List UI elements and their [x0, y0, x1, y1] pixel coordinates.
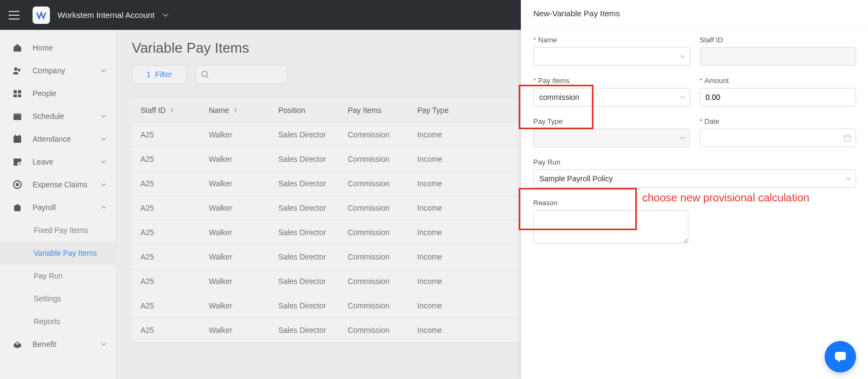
cell-staff-id: A25 — [132, 147, 200, 171]
attendance-icon — [12, 134, 23, 144]
sidebar-item-expense-claims[interactable]: Expense Claims — [0, 173, 116, 196]
leave-icon — [12, 157, 23, 167]
filter-count: 1 — [146, 70, 151, 79]
chevron-down-icon — [101, 69, 106, 72]
sidebar-item-leave[interactable]: Leave — [0, 150, 116, 173]
filter-button[interactable]: 1 Filter — [132, 65, 187, 84]
cell-pay-item: Commission — [339, 147, 409, 171]
cell-position: Sales Director — [270, 147, 339, 171]
cell-position: Sales Director — [270, 269, 339, 293]
cell-name: Walker — [200, 245, 270, 269]
cell-position: Sales Director — [270, 294, 339, 318]
chevron-down-icon — [680, 136, 685, 140]
chevron-down-icon — [101, 160, 106, 163]
pay-run-select[interactable]: Sample Payroll Policy — [533, 169, 856, 188]
chevron-down-icon — [101, 115, 106, 118]
svg-rect-18 — [17, 342, 18, 343]
svg-point-2 — [9, 18, 11, 20]
cell-staff-id: A25 — [132, 172, 200, 195]
amount-input[interactable] — [700, 88, 857, 106]
amount-field[interactable] — [706, 93, 851, 102]
sidebar-subitem-label: Fixed Pay Items — [34, 226, 88, 235]
staff-id-field — [700, 47, 857, 66]
sidebar-item-schedule[interactable]: Schedule — [0, 105, 116, 128]
people-icon — [12, 89, 23, 98]
sidebar-subitem-label: Pay Run — [34, 271, 63, 280]
cell-name: Walker — [200, 123, 270, 147]
sidebar-subitem-label: Variable Pay Items — [34, 249, 97, 257]
sidebar-subitem-variable-pay-items[interactable]: Variable Pay Items — [0, 242, 116, 264]
sort-icon: ▲▼ — [170, 108, 174, 113]
cell-staff-id: A25 — [132, 245, 200, 269]
chevron-down-icon — [101, 183, 106, 186]
chevron-down-icon — [846, 177, 851, 180]
column-header-name[interactable]: Name▲▼ — [200, 98, 270, 122]
benefit-icon — [12, 339, 23, 349]
cell-pay-item: Commission — [339, 245, 409, 269]
cell-pay-item: Commission — [339, 318, 409, 342]
svg-point-1 — [9, 14, 11, 16]
menu-icon[interactable] — [9, 11, 20, 20]
sidebar-item-attendance[interactable]: Attendance — [0, 128, 116, 150]
field-label-amount: Amount — [705, 77, 729, 85]
svg-rect-10 — [14, 113, 21, 115]
field-label-name: Name — [538, 36, 557, 44]
annotation-text: choose new provisional calculation — [642, 192, 809, 204]
cell-position: Sales Director — [270, 172, 339, 195]
reason-textarea[interactable] — [533, 210, 688, 244]
chevron-down-icon[interactable] — [162, 13, 169, 17]
sidebar-item-people[interactable]: People — [0, 82, 116, 105]
home-icon — [12, 43, 23, 53]
sidebar-item-home[interactable]: Home — [0, 36, 116, 59]
cell-staff-id: A25 — [132, 220, 200, 244]
cell-position: Sales Director — [270, 245, 339, 269]
cell-pay-item: Commission — [339, 196, 409, 220]
sidebar-item-benefit[interactable]: Benefit — [0, 333, 116, 356]
cell-name: Walker — [200, 269, 270, 293]
search-field[interactable] — [209, 71, 282, 79]
sidebar-subitem-reports[interactable]: Reports — [0, 310, 116, 333]
cell-position: Sales Director — [270, 123, 339, 147]
cell-pay-item: Commission — [339, 172, 409, 195]
name-select[interactable] — [533, 47, 690, 66]
pay-run-value: Sample Payroll Policy — [539, 174, 612, 183]
search-input[interactable] — [195, 65, 288, 84]
sidebar-subitem-label: Reports — [34, 317, 60, 326]
column-header-pay-items: Pay Items — [339, 98, 409, 122]
svg-rect-8 — [18, 94, 21, 97]
cell-staff-id: A25 — [132, 269, 200, 293]
cell-name: Walker — [200, 220, 270, 244]
cell-staff-id: A25 — [132, 196, 200, 220]
sidebar-item-payroll[interactable]: Payroll — [0, 196, 116, 219]
chevron-up-icon — [101, 206, 106, 209]
column-header-position: Position — [270, 98, 339, 122]
account-name[interactable]: Workstem Internal Account — [58, 10, 155, 20]
cell-staff-id: A25 — [132, 318, 200, 342]
company-icon — [12, 66, 23, 75]
field-label-staff-id: Staff ID — [700, 36, 723, 44]
chevron-down-icon — [101, 137, 106, 141]
cell-position: Sales Director — [270, 318, 339, 342]
svg-rect-7 — [14, 94, 17, 97]
chevron-down-icon — [101, 343, 106, 346]
sidebar-item-company[interactable]: Company — [0, 59, 116, 82]
pay-items-value: commission — [539, 93, 579, 102]
column-header-staff-id[interactable]: Staff ID▲▼ — [132, 98, 200, 122]
field-label-pay-type: Pay Type — [533, 117, 563, 125]
chat-launcher[interactable] — [825, 341, 856, 372]
cell-position: Sales Director — [270, 196, 339, 220]
cell-pay-item: Commission — [339, 123, 409, 147]
svg-point-3 — [14, 67, 17, 71]
cell-name: Walker — [200, 318, 270, 342]
sidebar-subitem-settings[interactable]: Settings — [0, 287, 116, 310]
svg-point-15 — [16, 183, 19, 186]
pay-items-select[interactable]: commission — [533, 88, 690, 106]
date-picker[interactable] — [700, 129, 857, 147]
sidebar: Home Company People Schedule Attendance … — [0, 30, 117, 379]
svg-rect-5 — [14, 90, 17, 93]
calendar-icon — [844, 134, 851, 142]
drawer-title: New-Variable Pay Items — [521, 0, 868, 27]
field-label-date: Date — [705, 117, 719, 125]
sidebar-subitem-pay-run[interactable]: Pay Run — [0, 264, 116, 287]
sidebar-subitem-fixed-pay-items[interactable]: Fixed Pay Items — [0, 219, 116, 242]
